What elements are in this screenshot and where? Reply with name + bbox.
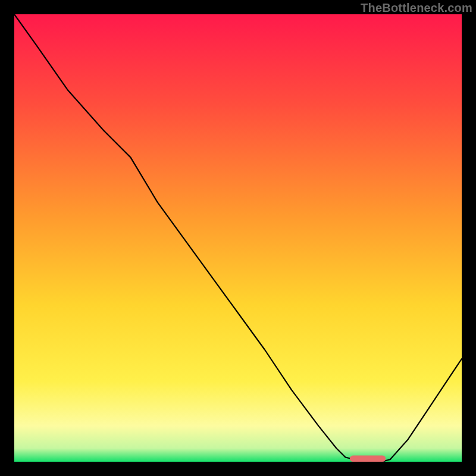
marker-layer	[350, 455, 386, 462]
watermark-text: TheBottleneck.com	[361, 1, 472, 15]
gradient-background	[14, 14, 462, 462]
plot-frame	[14, 14, 462, 462]
optimal-range	[350, 455, 386, 462]
bottleneck-chart	[14, 14, 462, 462]
